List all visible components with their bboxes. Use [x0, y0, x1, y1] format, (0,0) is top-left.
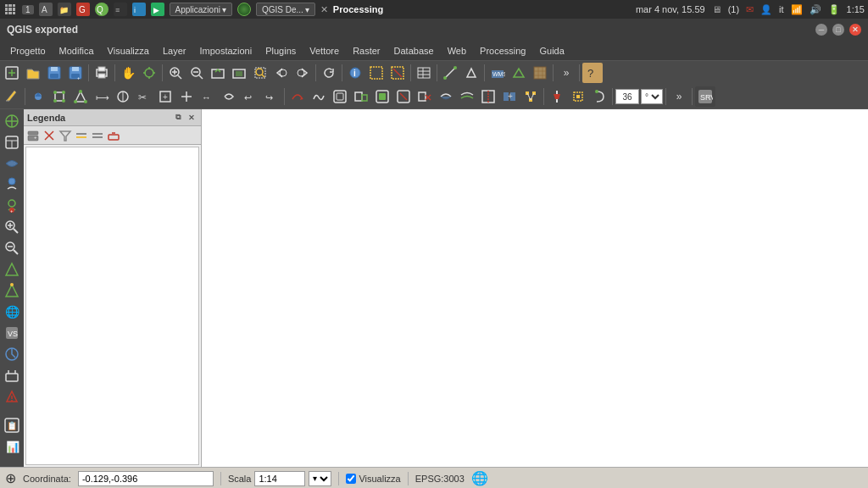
rotate-button[interactable]: [287, 86, 308, 107]
side-btn-2[interactable]: [2, 132, 22, 152]
measure-line-button[interactable]: [440, 63, 460, 83]
legend-filter-button[interactable]: [58, 128, 73, 143]
app-icon-2[interactable]: 📁: [58, 3, 71, 16]
dig-btn-8[interactable]: +: [155, 86, 175, 107]
qgis-logo-icon[interactable]: [237, 3, 251, 16]
side-btn-13[interactable]: [2, 365, 22, 385]
close-qgis-tab[interactable]: ✕: [320, 4, 328, 15]
app-icon-3[interactable]: G: [76, 3, 90, 16]
user-icon[interactable]: 👤: [760, 4, 772, 15]
legend-add-group-button[interactable]: +: [25, 128, 41, 143]
zoom-next-button[interactable]: [292, 63, 313, 83]
globe-icon[interactable]: 🌐: [471, 470, 488, 486]
current-edits-button[interactable]: [2, 86, 22, 107]
simplify-button[interactable]: [309, 86, 329, 107]
zoom-selection-button[interactable]: [250, 63, 270, 83]
save-project-button[interactable]: [44, 63, 64, 83]
map-canvas[interactable]: [202, 109, 868, 467]
visualizza-checkbox[interactable]: [346, 474, 356, 484]
add-part-button[interactable]: [351, 86, 371, 107]
menu-guida[interactable]: Guida: [532, 44, 570, 58]
qgis-server-button[interactable]: SRV: [695, 86, 715, 107]
side-btn-9[interactable]: [2, 280, 22, 301]
side-btn-12[interactable]: [2, 344, 22, 364]
dig-btn-12[interactable]: ↩: [240, 86, 260, 107]
reshape-button[interactable]: [436, 86, 456, 107]
dig-btn-11[interactable]: [219, 86, 239, 107]
dig-btn-3[interactable]: [49, 86, 70, 107]
menu-web[interactable]: Web: [441, 44, 473, 58]
maximize-button[interactable]: □: [832, 24, 844, 36]
applicazioni-menu[interactable]: Applicazioni ▾: [170, 3, 232, 16]
app-icon-5[interactable]: ≡: [114, 3, 127, 16]
grid-menu-icon[interactable]: [3, 3, 17, 16]
dig-btn-10[interactable]: ↔: [198, 86, 218, 107]
add-raster-button[interactable]: [530, 63, 550, 83]
fill-ring-button[interactable]: [372, 86, 392, 107]
node-select-button[interactable]: [568, 86, 588, 107]
add-vector-button[interactable]: [509, 63, 529, 83]
legend-remove-group-button[interactable]: [106, 128, 121, 143]
menu-progetto[interactable]: Progetto: [3, 44, 53, 58]
workspace-number[interactable]: 1: [22, 5, 34, 14]
angle-input[interactable]: [615, 89, 639, 104]
measure-area-button[interactable]: [461, 63, 481, 83]
menu-vettore[interactable]: Vettore: [303, 44, 346, 58]
side-btn-5[interactable]: +: [2, 196, 22, 216]
menu-impostazioni[interactable]: Impostazioni: [192, 44, 259, 58]
help-button[interactable]: ?: [582, 63, 603, 83]
refresh-button[interactable]: [319, 63, 339, 83]
legend-close-button[interactable]: ✕: [186, 112, 198, 124]
zoom-layer-button[interactable]: [229, 63, 249, 83]
side-btn-15[interactable]: 📋: [2, 415, 22, 435]
more-button[interactable]: »: [556, 63, 576, 83]
mail-icon[interactable]: ✉: [746, 4, 754, 15]
side-btn-1[interactable]: [2, 111, 22, 131]
pin-button[interactable]: [547, 86, 567, 107]
app-icon-4[interactable]: Q: [95, 3, 108, 16]
new-project-button[interactable]: [2, 63, 22, 83]
side-btn-14[interactable]: [2, 386, 22, 407]
node-tool-button[interactable]: [520, 86, 541, 107]
zoom-previous-button[interactable]: [271, 63, 292, 83]
dig-btn-9[interactable]: [176, 86, 197, 107]
menu-modifica[interactable]: Modifica: [53, 44, 101, 58]
angle-select[interactable]: °: [641, 89, 663, 104]
app-icon-6[interactable]: i: [132, 3, 146, 16]
side-btn-16[interactable]: 📊: [2, 436, 22, 457]
side-btn-11[interactable]: VS: [2, 323, 22, 343]
more-dig-button[interactable]: »: [669, 86, 689, 107]
menu-layer[interactable]: Layer: [156, 44, 193, 58]
close-button[interactable]: ✕: [849, 24, 861, 36]
minimize-button[interactable]: ─: [815, 24, 827, 36]
zoom-full-button[interactable]: [208, 63, 228, 83]
side-btn-3[interactable]: [2, 153, 22, 174]
legend-remove-layer-button[interactable]: [42, 128, 57, 143]
side-btn-4[interactable]: [2, 175, 22, 195]
merge-button[interactable]: +: [499, 86, 520, 107]
add-wms-button[interactable]: WMS: [487, 63, 508, 83]
side-btn-6[interactable]: [2, 217, 22, 237]
dig-btn-2[interactable]: [28, 86, 48, 107]
scale-dropdown[interactable]: ▾: [309, 471, 331, 486]
qgis-app-btn[interactable]: QGIS De... ▾: [256, 3, 315, 16]
delete-part-button[interactable]: [415, 86, 435, 107]
select-button[interactable]: [366, 63, 387, 83]
side-btn-7[interactable]: [2, 238, 22, 258]
print-composer-button[interactable]: [92, 63, 112, 83]
menu-processing[interactable]: Processing: [473, 44, 532, 58]
legend-collapse-button[interactable]: [90, 128, 105, 143]
split-button[interactable]: [478, 86, 498, 107]
legend-expand-button[interactable]: [74, 128, 89, 143]
menu-raster[interactable]: Raster: [346, 44, 387, 58]
add-ring-button[interactable]: [330, 86, 350, 107]
side-btn-8[interactable]: [2, 259, 22, 280]
deselect-button[interactable]: [387, 63, 408, 83]
menu-database[interactable]: Database: [387, 44, 441, 58]
dig-btn-7[interactable]: ✂: [134, 86, 154, 107]
rotate-point-button[interactable]: [589, 86, 609, 107]
identify-button[interactable]: i: [345, 63, 365, 83]
delete-ring-button[interactable]: [393, 86, 414, 107]
open-attribute-table-button[interactable]: [414, 63, 434, 83]
dig-btn-13[interactable]: ↪: [261, 86, 281, 107]
